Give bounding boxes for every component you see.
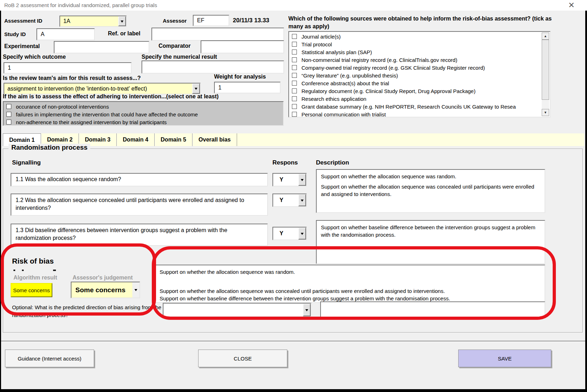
outcome-label: Specify which outcome: [3, 54, 66, 60]
optional-direction-combobox[interactable]: [163, 303, 311, 317]
save-button[interactable]: SAVE: [458, 350, 551, 367]
window-border-bottom: [0, 389, 587, 392]
checkbox-icon[interactable]: [6, 120, 11, 125]
question-1-1-box: 1.1 Was the allocation sequence random?: [11, 173, 268, 186]
source-item-label: Conference abstract(s) about the trial: [301, 80, 389, 86]
close-icon[interactable]: ✕: [565, 0, 577, 10]
study-id-input[interactable]: [36, 28, 95, 40]
clipped-text-mark: [53, 270, 56, 271]
checkbox-icon[interactable]: [292, 81, 297, 86]
list-item[interactable]: Company-owned trial registry record (e.g…: [289, 64, 541, 71]
checkbox-icon[interactable]: [6, 112, 11, 117]
optional-direction-support-box[interactable]: [320, 301, 545, 318]
description-header: Description: [316, 159, 349, 166]
checkbox-icon[interactable]: [292, 104, 297, 109]
assessment-id-combobox[interactable]: 1A: [59, 16, 127, 27]
sources-question-label: Which of the following sources were obta…: [288, 15, 552, 30]
title-bar: RoB 2 assessment for individual randomiz…: [0, 0, 587, 11]
checkbox-icon[interactable]: [292, 34, 297, 39]
list-item[interactable]: Grant database summary (e.g. NIH RePORTE…: [289, 103, 541, 110]
chevron-down-icon[interactable]: [303, 304, 311, 316]
ref-or-label-input[interactable]: [151, 28, 284, 41]
risk-of-bias-support-box[interactable]: Support on whether the allocation sequen…: [155, 265, 545, 303]
clipped-text-mark: [13, 270, 15, 271]
close-button[interactable]: CLOSE: [198, 350, 287, 367]
adhering-option-label: occurance of non-protocol interventions: [16, 104, 109, 110]
chevron-down-icon[interactable]: [298, 194, 306, 206]
list-item[interactable]: failures in implementing the interventio…: [4, 110, 283, 118]
response-1-2-value: Y: [273, 194, 298, 206]
chevron-down-icon[interactable]: [118, 16, 126, 26]
checkbox-icon[interactable]: [292, 65, 297, 70]
comparator-label: Comparator: [159, 43, 191, 49]
chevron-down-icon[interactable]: [298, 227, 306, 240]
checkbox-icon[interactable]: [6, 104, 11, 109]
list-item[interactable]: Personal communication with trialist: [289, 110, 541, 117]
aim-value: assignment to intervention (the 'intenti…: [4, 83, 192, 94]
assessors-judgement-label: Assessor's judgement: [73, 275, 133, 281]
source-item-label: Regulatory document (e.g. Clinical Study…: [301, 88, 476, 94]
list-item[interactable]: Statistical analysis plan (SAP): [289, 48, 541, 56]
response-1-3-combobox[interactable]: Y: [272, 227, 307, 240]
description-2-box[interactable]: Support on whether baseline difference b…: [316, 220, 545, 264]
question-1-3-box: 1.3 Did baseline differences between int…: [11, 224, 268, 246]
optional-direction-value: [163, 304, 303, 316]
chevron-down-icon[interactable]: [192, 83, 200, 94]
checkbox-icon[interactable]: [292, 42, 297, 47]
assessor-input[interactable]: [193, 15, 229, 26]
listbox-scrollbar[interactable]: ▲ ▼: [542, 33, 549, 116]
guidance-button[interactable]: Guidance (Internet access): [5, 350, 94, 367]
response-1-1-combobox[interactable]: Y: [272, 173, 307, 186]
question-1-2-box: 1.2 Was the allocation sequence conceale…: [11, 194, 268, 216]
checkbox-icon[interactable]: [292, 50, 297, 54]
list-item[interactable]: Research ethics application: [289, 95, 541, 103]
chevron-down-icon[interactable]: [298, 174, 306, 186]
chevron-down-icon[interactable]: [132, 282, 139, 298]
source-item-label: “Grey literature” (e.g. unpublished thes…: [301, 73, 398, 79]
list-item[interactable]: Conference abstract(s) about the trial: [289, 79, 541, 87]
support-line: Support on whether the allocation sequen…: [155, 265, 545, 276]
window-title: RoB 2 assessment for individual randomiz…: [4, 2, 157, 8]
algorithm-result-badge: Some concerns: [11, 283, 52, 297]
experimental-input[interactable]: [54, 41, 149, 53]
list-item[interactable]: non-adherence to their assigned interven…: [4, 118, 283, 126]
list-item[interactable]: occurance of non-protocol interventions: [4, 103, 283, 110]
checkbox-icon[interactable]: [292, 57, 297, 62]
scroll-up-icon[interactable]: ▲: [542, 33, 549, 40]
description-1-box[interactable]: Support on whether the allocation sequen…: [316, 169, 545, 213]
optional-direction-label: Optional: What is the predicted directio…: [12, 304, 162, 319]
scroll-down-icon[interactable]: ▼: [542, 109, 549, 116]
checkbox-icon[interactable]: [292, 88, 297, 93]
weight-input[interactable]: [214, 82, 281, 93]
list-item[interactable]: Regulatory document (e.g. Clinical Study…: [289, 87, 541, 95]
list-item[interactable]: “Grey literature” (e.g. unpublished thes…: [289, 71, 541, 79]
tab-domain-5[interactable]: Domain 5: [155, 133, 192, 146]
list-item[interactable]: Non-commercial trial registry record (e.…: [289, 56, 541, 64]
checkbox-icon[interactable]: [292, 73, 297, 78]
ref-or-label-label: Ref. or label: [108, 30, 140, 37]
scrollbar-thumb[interactable]: [542, 40, 549, 100]
adhering-option-label: non-adherence to their assigned interven…: [16, 119, 167, 125]
checkbox-icon[interactable]: [292, 96, 297, 101]
risk-of-bias-title: Risk of bias: [12, 257, 54, 265]
assessment-datetime: 20/11/3 13.33: [233, 17, 269, 24]
footer-divider: [0, 341, 587, 342]
adhering-label: If the aim is to assess the effect of ad…: [3, 93, 219, 100]
tab-overall-bias[interactable]: Overall bias: [192, 133, 237, 146]
source-item-label: Trial protocol: [301, 41, 332, 47]
assessors-judgement-combobox[interactable]: Some concerns: [71, 282, 140, 298]
list-item[interactable]: Trial protocol: [289, 40, 541, 48]
source-item-label: Company-owned trial registry record (e.g…: [301, 65, 485, 71]
numerical-result-input[interactable]: [142, 60, 284, 74]
description-1-line: Support on whether the allocation sequen…: [317, 170, 545, 183]
outcome-input[interactable]: [4, 62, 132, 74]
support-line: Support on whether the allocation sequen…: [155, 287, 545, 295]
response-1-2-combobox[interactable]: Y: [272, 194, 307, 207]
sources-listbox[interactable]: Journal article(s) Trial protocol Statis…: [288, 31, 551, 117]
checkbox-icon[interactable]: [292, 112, 297, 117]
aim-combobox[interactable]: assignment to intervention (the 'intenti…: [4, 83, 201, 94]
aim-label: Is the review team's aim for this result…: [3, 75, 141, 81]
comparator-input[interactable]: [201, 40, 284, 53]
tab-domain-4[interactable]: Domain 4: [117, 133, 155, 146]
list-item[interactable]: Journal article(s): [289, 33, 541, 40]
